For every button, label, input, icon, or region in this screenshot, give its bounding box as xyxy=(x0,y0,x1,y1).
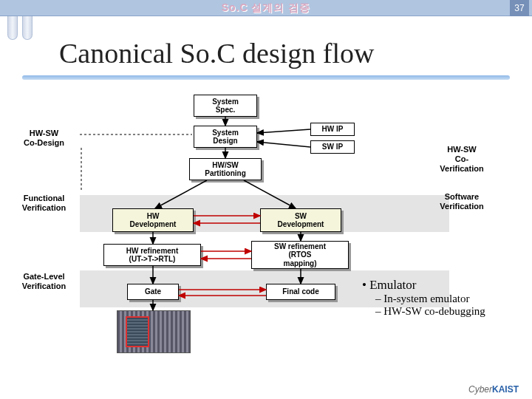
sub-bullet-insystem: In-system emulator xyxy=(375,293,525,305)
box-hw-refinement: HW refinement (UT->T->RTL) xyxy=(103,244,201,266)
bullets-block: Emulator In-system emulator HW-SW co-deb… xyxy=(362,278,525,318)
decorative-tabs xyxy=(7,16,33,40)
slide-title: Canonical So.C design flow xyxy=(59,37,374,69)
box-system-design: System Design xyxy=(194,126,257,148)
flow-diagram: HW-SW Co-Design Functional Verification … xyxy=(0,81,532,399)
box-system-spec: System Spec. xyxy=(194,95,257,117)
label-software-verification: Software Verification xyxy=(429,192,495,211)
bullet-emulator: Emulator xyxy=(362,278,525,293)
title-underline xyxy=(22,75,510,80)
box-hw-ip: HW IP xyxy=(310,123,355,136)
chip-highlight xyxy=(126,316,149,347)
footer-logo: CyberKAIST xyxy=(468,384,519,395)
label-functional-verification: Functional Verification xyxy=(9,194,79,213)
box-final-code: Final code xyxy=(266,284,335,300)
box-sw-dev: SW Development xyxy=(260,208,341,232)
box-sw-ip: SW IP xyxy=(310,140,355,154)
box-gate: Gate xyxy=(127,284,179,300)
box-partitioning: HW/SW Partitioning xyxy=(189,158,262,180)
label-gate-verification: Gate-Level Verification xyxy=(9,272,79,291)
page-number: 37 xyxy=(510,0,529,16)
svg-line-15 xyxy=(257,129,310,133)
logo-suffix: KAIST xyxy=(492,384,519,395)
label-codesign: HW-SW Co-Design xyxy=(9,129,79,148)
arrows-layer xyxy=(0,81,532,399)
box-hw-dev: HW Development xyxy=(112,208,194,232)
box-sw-refinement: SW refinement (RTOS mapping) xyxy=(251,241,349,269)
header-title: So.C 설계의 검증 xyxy=(222,1,311,15)
sub-bullet-codebug: HW-SW co-debugging xyxy=(375,305,525,318)
svg-line-16 xyxy=(257,142,310,147)
header-bar: So.C 설계의 검증 37 xyxy=(0,0,532,16)
label-co-verification: HW-SW Co- Verification xyxy=(429,145,495,174)
logo-prefix: Cyber xyxy=(468,384,492,395)
